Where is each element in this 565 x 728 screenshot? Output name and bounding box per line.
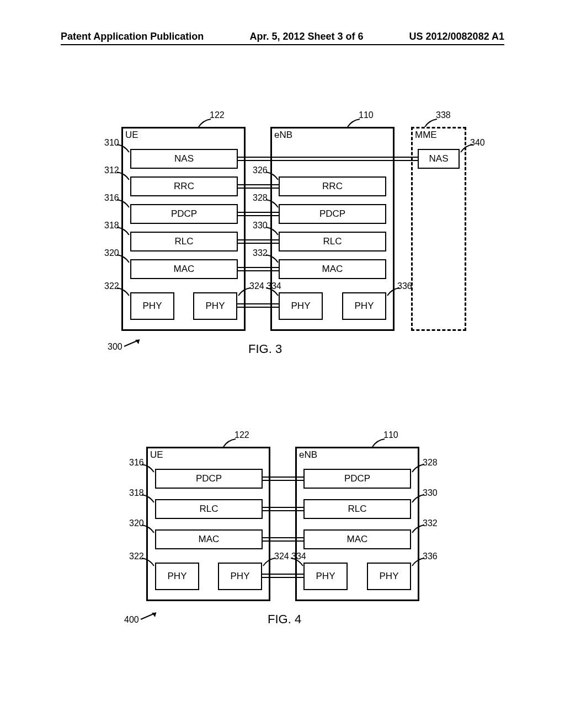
arrow-300 bbox=[124, 338, 146, 351]
header-rule bbox=[61, 44, 504, 45]
entity-ue-label: UE bbox=[125, 130, 138, 141]
figure-3: UE 122 eNB 110 MME 338 NAS 310 RRC 312 P… bbox=[0, 110, 565, 397]
conn-nas-a bbox=[238, 157, 418, 158]
tick-mme-338 bbox=[425, 119, 438, 132]
ue-rrc: RRC bbox=[130, 176, 238, 196]
f4-tick-ue-122 bbox=[223, 439, 237, 452]
f4-tick-322 bbox=[141, 558, 154, 571]
f4-enb-rlc: RLC bbox=[303, 499, 411, 519]
tick-324 bbox=[238, 288, 252, 301]
f4-conn-phy-b bbox=[262, 577, 303, 578]
f4-tick-318 bbox=[141, 495, 154, 508]
ue-phy2: PHY bbox=[193, 292, 237, 320]
tick-enb-110 bbox=[348, 119, 361, 132]
conn-nas-b bbox=[238, 160, 418, 161]
conn-rrc-b bbox=[238, 188, 279, 189]
f4-ue-pdcp: PDCP bbox=[155, 469, 263, 489]
f4-tick-328 bbox=[412, 464, 425, 478]
f4-tick-336 bbox=[412, 558, 425, 571]
f4-tick-316 bbox=[141, 464, 154, 478]
enb-phy2: PHY bbox=[342, 292, 386, 320]
tick-326 bbox=[265, 172, 278, 185]
f4-tick-enb-110 bbox=[372, 439, 386, 452]
page-header: Patent Application Publication Apr. 5, 2… bbox=[0, 31, 565, 42]
figure-4-caption: FIG. 4 bbox=[268, 612, 301, 627]
f4-conn-mac-a bbox=[263, 537, 303, 538]
tick-312 bbox=[116, 172, 129, 185]
tick-ue-122 bbox=[199, 119, 212, 132]
mme-nas: NAS bbox=[418, 149, 460, 169]
f4-enb-mac: MAC bbox=[303, 529, 411, 549]
f4-enb-phy2: PHY bbox=[367, 563, 411, 590]
f4-ue-mac: MAC bbox=[155, 529, 263, 549]
ref-300: 300 bbox=[108, 342, 122, 352]
conn-rrc-a bbox=[238, 184, 279, 185]
tick-336 bbox=[387, 288, 401, 301]
figure-3-caption: FIG. 3 bbox=[248, 342, 282, 356]
f4-enb-pdcp: PDCP bbox=[303, 469, 411, 489]
ue-phy1: PHY bbox=[130, 292, 174, 320]
f4-tick-320 bbox=[141, 525, 154, 538]
f4-tick-334 bbox=[290, 558, 303, 571]
conn-pdcp-a bbox=[238, 212, 279, 213]
figure-4: UE 122 eNB 110 PDCP 316 RLC 318 MAC 320 … bbox=[0, 430, 565, 673]
tick-330 bbox=[265, 227, 278, 240]
tick-334 bbox=[265, 288, 278, 301]
tick-340 bbox=[461, 144, 474, 158]
header-left: Patent Application Publication bbox=[61, 31, 204, 42]
ref-ue-122: 122 bbox=[210, 110, 225, 120]
tick-332 bbox=[265, 255, 278, 268]
conn-pdcp-b bbox=[238, 215, 279, 216]
f4-conn-mac-b bbox=[263, 540, 303, 542]
conn-rlc-b bbox=[238, 243, 279, 244]
conn-rlc-a bbox=[238, 239, 279, 240]
tick-328 bbox=[265, 200, 278, 213]
f4-enb-phy1: PHY bbox=[303, 563, 348, 590]
conn-phy-b bbox=[237, 307, 279, 308]
f4-entity-ue-label: UE bbox=[150, 449, 163, 461]
enb-rrc: RRC bbox=[279, 176, 386, 196]
f4-ref-enb-110: 110 bbox=[383, 430, 398, 440]
ref-mme-338: 338 bbox=[436, 110, 451, 120]
ue-nas: NAS bbox=[130, 149, 238, 169]
tick-322 bbox=[116, 288, 129, 301]
ref-400: 400 bbox=[124, 615, 139, 625]
f4-conn-pdcp-b bbox=[263, 480, 303, 481]
ue-rlc: RLC bbox=[130, 232, 238, 251]
entity-enb-label: eNB bbox=[274, 130, 292, 141]
f4-tick-330 bbox=[412, 495, 425, 508]
enb-phy1: PHY bbox=[279, 292, 323, 320]
tick-316 bbox=[116, 200, 129, 213]
conn-mac-a bbox=[238, 267, 279, 268]
enb-pdcp: PDCP bbox=[279, 204, 386, 224]
f4-conn-rlc-a bbox=[263, 507, 303, 508]
header-center: Apr. 5, 2012 Sheet 3 of 6 bbox=[249, 31, 363, 42]
tick-310 bbox=[116, 144, 129, 158]
tick-318 bbox=[116, 227, 129, 240]
ue-pdcp: PDCP bbox=[130, 204, 238, 224]
f4-ref-324: 324 bbox=[274, 552, 289, 561]
ue-mac: MAC bbox=[130, 259, 238, 279]
f4-ref-ue-122: 122 bbox=[234, 430, 249, 440]
header-right: US 2012/0082082 A1 bbox=[409, 31, 504, 42]
ref-enb-110: 110 bbox=[359, 110, 374, 120]
f4-tick-324 bbox=[263, 558, 276, 571]
f4-ue-rlc: RLC bbox=[155, 499, 263, 519]
f4-conn-rlc-b bbox=[263, 510, 303, 511]
ref-324: 324 bbox=[249, 281, 264, 291]
f4-ue-phy2: PHY bbox=[218, 563, 262, 590]
f4-conn-phy-a bbox=[262, 574, 303, 575]
tick-320 bbox=[116, 255, 129, 268]
f4-conn-pdcp-a bbox=[263, 477, 303, 478]
arrow-400 bbox=[141, 611, 163, 624]
f4-entity-enb-label: eNB bbox=[299, 449, 317, 461]
enb-rlc: RLC bbox=[279, 232, 386, 251]
f4-tick-332 bbox=[412, 525, 425, 538]
conn-phy-a bbox=[237, 303, 279, 304]
enb-mac: MAC bbox=[279, 259, 386, 279]
conn-mac-b bbox=[238, 270, 279, 271]
f4-ue-phy1: PHY bbox=[155, 563, 199, 590]
